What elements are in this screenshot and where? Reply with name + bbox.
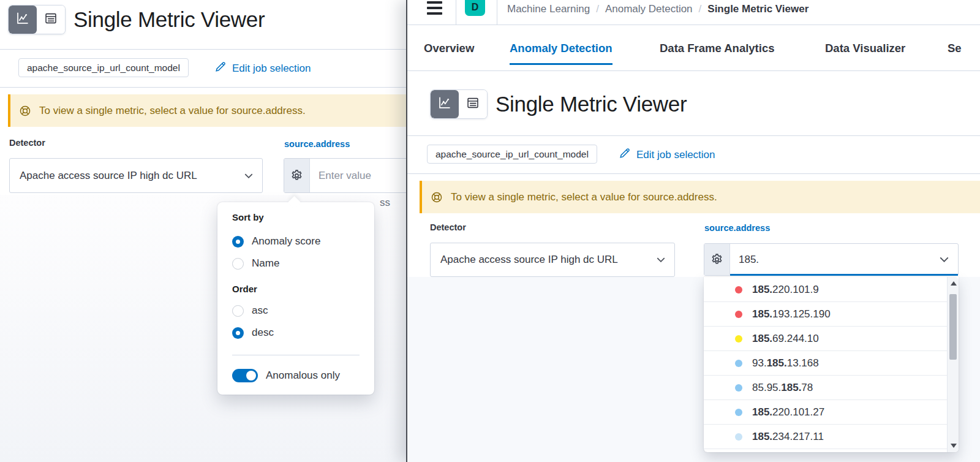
warning-callout-text: To view a single metric, select a value … xyxy=(451,191,717,203)
entity-field-label: source.address xyxy=(284,139,350,149)
tab-data-visualizer[interactable]: Data Visualizer xyxy=(825,25,905,71)
gear-icon xyxy=(290,169,303,182)
pencil-icon xyxy=(619,147,631,162)
sort-order-popover: Sort by Anomaly score Name Order asc des… xyxy=(217,202,374,395)
chevron-down-icon xyxy=(244,173,253,178)
suggestion-row[interactable]: 85.95.185.78 xyxy=(704,376,947,400)
view-toggle-group xyxy=(8,5,66,34)
breadcrumb-machine-learning[interactable]: Machine Learning xyxy=(507,3,590,15)
pencil-icon xyxy=(214,61,227,76)
sort-by-label: Sort by xyxy=(232,212,264,222)
order-option-label: asc xyxy=(252,305,268,317)
screenshot-stage: Single Metric Viewer apache_source_ip_ur… xyxy=(0,0,980,462)
entity-suggestions-dropdown: 185.220.101.9 185.193.125.190 185.69.244… xyxy=(704,277,959,452)
divider xyxy=(407,173,980,174)
life-ring-icon xyxy=(431,191,443,203)
sort-option-anomaly-score[interactable]: Anomaly score xyxy=(232,235,320,248)
suggestion-row[interactable]: 185.193.125.190 xyxy=(704,302,947,327)
gear-icon xyxy=(710,253,723,266)
radio-selected-icon xyxy=(232,236,244,248)
edit-job-selection-link[interactable]: Edit job selection xyxy=(214,61,311,76)
severity-dot-icon xyxy=(735,335,742,343)
sort-option-label: Name xyxy=(252,257,279,270)
chevron-down-icon[interactable] xyxy=(940,257,949,262)
header-separator xyxy=(497,0,497,25)
dropdown-scrollbar[interactable] xyxy=(947,277,959,452)
suggestion-row[interactable]: 93.185.13.168 xyxy=(704,351,947,376)
scroll-down-arrow-icon[interactable] xyxy=(951,444,957,448)
divider xyxy=(0,87,406,88)
anomalous-only-label: Anomalous only xyxy=(266,369,340,382)
space-avatar[interactable]: D xyxy=(465,0,485,16)
input-focus-bar xyxy=(730,274,958,276)
edit-job-selection-link[interactable]: Edit job selection xyxy=(619,147,715,162)
menu-hamburger-icon[interactable] xyxy=(427,1,442,18)
divider xyxy=(407,135,980,136)
radio-unselected-icon xyxy=(232,305,244,317)
table-view-button[interactable] xyxy=(459,90,487,118)
left-screenshot-panel: Single Metric Viewer apache_source_ip_ur… xyxy=(0,0,406,462)
order-option-asc[interactable]: asc xyxy=(232,304,268,317)
breadcrumb-separator: / xyxy=(699,3,702,15)
line-chart-icon xyxy=(438,96,451,112)
entity-value-input[interactable] xyxy=(310,159,412,192)
entity-settings-button[interactable] xyxy=(284,159,310,192)
occluded-text-fragment: ss xyxy=(380,197,390,209)
edit-job-selection-label: Edit job selection xyxy=(232,62,311,75)
radio-selected-icon xyxy=(232,327,244,339)
breadcrumb: Machine Learning / Anomaly Detection / S… xyxy=(507,0,809,18)
warning-callout: To view a single metric, select a value … xyxy=(8,94,406,127)
ml-nav-tabs: Overview Anomaly Detection Data Frame An… xyxy=(407,25,980,71)
tab-settings-clipped[interactable]: Se xyxy=(948,25,962,71)
order-option-desc[interactable]: desc xyxy=(232,326,274,339)
scrollbar-thumb[interactable] xyxy=(949,294,957,360)
space-avatar-letter: D xyxy=(472,2,479,13)
severity-dot-icon xyxy=(735,433,742,441)
breadcrumb-single-metric-viewer: Single Metric Viewer xyxy=(707,3,809,15)
severity-dot-icon xyxy=(735,384,742,392)
entity-value-combobox xyxy=(284,158,412,193)
detector-select-value: Apache access source IP high dc URL xyxy=(440,254,618,266)
sort-option-name[interactable]: Name xyxy=(232,257,279,270)
page-title: Single Metric Viewer xyxy=(496,89,687,119)
edit-job-selection-label: Edit job selection xyxy=(636,149,715,161)
job-id-badge[interactable]: apache_source_ip_url_count_model xyxy=(18,58,189,77)
table-icon xyxy=(44,12,58,28)
right-screenshot-panel: D Machine Learning / Anomaly Detection /… xyxy=(406,0,980,462)
table-icon xyxy=(466,96,480,112)
detector-select[interactable]: Apache access source IP high dc URL xyxy=(9,158,263,193)
suggestion-row[interactable]: 185.234.217.11 xyxy=(704,425,947,449)
chart-view-button[interactable] xyxy=(431,90,459,118)
detector-label: Detector xyxy=(430,222,466,232)
suggestion-row[interactable]: 185.69.244.10 xyxy=(704,327,947,351)
line-chart-icon xyxy=(16,12,29,28)
life-ring-icon xyxy=(19,105,31,117)
suggestion-row[interactable]: 185.220.101.9 xyxy=(704,278,947,302)
chevron-down-icon xyxy=(657,257,665,262)
job-id-badge[interactable]: apache_source_ip_url_count_model xyxy=(427,145,597,164)
tab-anomaly-detection[interactable]: Anomaly Detection xyxy=(510,25,612,71)
toggle-on-switch[interactable] xyxy=(232,369,258,382)
order-label: Order xyxy=(232,284,257,294)
detector-select[interactable]: Apache access source IP high dc URL xyxy=(430,243,675,277)
severity-dot-icon xyxy=(735,311,742,318)
entity-settings-button[interactable] xyxy=(704,244,730,275)
header-separator xyxy=(456,0,456,25)
tab-data-frame-analytics[interactable]: Data Frame Analytics xyxy=(660,25,774,71)
table-view-button[interactable] xyxy=(37,6,65,34)
breadcrumb-anomaly-detection[interactable]: Anomaly Detection xyxy=(605,3,693,15)
warning-callout-text: To view a single metric, select a value … xyxy=(39,105,306,117)
suggestion-row[interactable]: 185.220.101.27 xyxy=(704,400,947,425)
page-title: Single Metric Viewer xyxy=(74,5,265,34)
kibana-header-bar: D Machine Learning / Anomaly Detection /… xyxy=(407,0,980,25)
detector-select-value: Apache access source IP high dc URL xyxy=(20,170,197,182)
view-toggle-group xyxy=(430,89,488,119)
entity-field-label: source.address xyxy=(704,223,770,233)
scroll-up-arrow-icon[interactable] xyxy=(951,281,957,286)
tab-overview[interactable]: Overview xyxy=(424,25,474,71)
entity-value-input[interactable] xyxy=(730,244,940,275)
chart-view-button[interactable] xyxy=(9,6,37,34)
entity-value-combobox xyxy=(704,243,959,276)
anomalous-only-toggle-row[interactable]: Anomalous only xyxy=(232,369,340,382)
breadcrumb-separator: / xyxy=(596,3,599,15)
